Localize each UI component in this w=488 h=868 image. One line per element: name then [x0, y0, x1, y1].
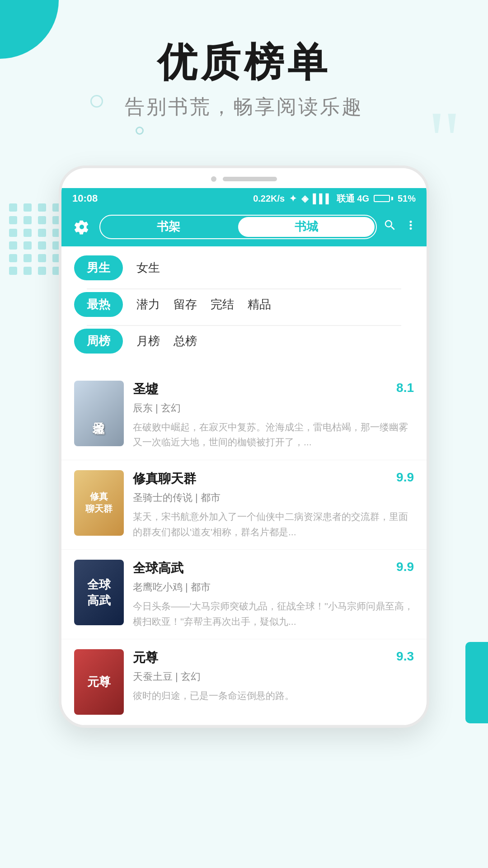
book-item[interactable]: 全球高武 全球高武 9.9 老鹰吃小鸡 | 都市 今日头条——'大马宗师突破九品…: [61, 550, 427, 639]
heat-retention-option[interactable]: 留存: [174, 297, 197, 312]
book-item[interactable]: 元尊 元尊 9.3 天蚕土豆 | 玄幻 彼时的归途，已是一条命运倒悬的路。: [61, 639, 427, 725]
book-rating-2: 9.9: [396, 470, 414, 485]
nav-bar: 书架 书城: [61, 209, 427, 246]
nav-actions: [383, 218, 418, 235]
status-time: 10:08: [72, 193, 98, 204]
signal-icon: ▌▌▌: [313, 193, 332, 204]
more-icon[interactable]: [404, 218, 418, 235]
book-rating-3: 9.9: [396, 560, 414, 574]
period-monthly-option[interactable]: 月榜: [136, 333, 160, 349]
book-item[interactable]: 修真聊天群 修真聊天群 9.9 圣骑士的传说 | 都市 某天，宋书航意外加入了一…: [61, 460, 427, 550]
book-desc-1: 在破败中崛起，在寂灭中复苏。沧海成尘，雷电枯竭，那一缕幽雾又一次临近大地，世间的…: [133, 420, 414, 450]
gender-male-tag[interactable]: 男生: [74, 255, 123, 280]
gender-row: 男生 女生: [74, 255, 414, 280]
category-section: 男生 女生 最热 潜力 留存 完结 精品 周榜 月榜 总榜: [61, 246, 427, 371]
status-bar: 10:08 0.22K/s ✦ ◈ ▌▌▌ 联通 4G 51%: [61, 188, 427, 209]
battery-indicator: [374, 195, 393, 202]
status-right: 0.22K/s ✦ ◈ ▌▌▌ 联通 4G 51%: [253, 193, 416, 205]
book-meta-2: 圣骑士的传说 | 都市: [133, 491, 414, 505]
book-title-3: 全球高武: [133, 560, 183, 577]
book-desc-2: 某天，宋书航意外加入了一个仙侠中二病资深患者的交流群，里面的群友们都以'道友'相…: [133, 509, 414, 539]
book-meta-4: 天蚕土豆 | 玄幻: [133, 670, 414, 684]
page-title: 优质榜单: [27, 41, 461, 85]
book-cover-3: 全球高武: [74, 560, 124, 625]
book-meta-3: 老鹰吃小鸡 | 都市: [133, 580, 414, 594]
book-cover-2: 修真聊天群: [74, 470, 124, 536]
phone-wrapper: 10:08 0.22K/s ✦ ◈ ▌▌▌ 联通 4G 51%: [0, 147, 488, 728]
carrier: 联通 4G: [337, 193, 369, 205]
book-header-3: 全球高武 9.9: [133, 560, 414, 577]
wifi-icon: ◈: [301, 193, 308, 204]
book-cover-1: 圣墟: [74, 381, 124, 446]
phone-pill: [223, 177, 277, 181]
book-desc-4: 彼时的归途，已是一条命运倒悬的路。: [133, 688, 414, 703]
book-item[interactable]: 圣墟 圣墟 8.1 辰东 | 玄幻 在破败中崛起，在寂灭中复苏。沧海成尘，雷电枯…: [61, 371, 427, 460]
heat-premium-option[interactable]: 精品: [248, 297, 271, 312]
bluetooth-icon: ✦: [289, 193, 297, 204]
phone-notch: [61, 168, 427, 188]
book-list: 圣墟 圣墟 8.1 辰东 | 玄幻 在破败中崛起，在寂灭中复苏。沧海成尘，雷电枯…: [61, 371, 427, 726]
book-title-1: 圣墟: [133, 381, 158, 398]
nav-tabs: 书架 书城: [99, 215, 377, 239]
book-rating-1: 8.1: [396, 381, 414, 395]
phone-dot-1: [211, 176, 216, 182]
heat-hot-tag[interactable]: 最热: [74, 292, 123, 317]
divider-2: [87, 325, 401, 326]
book-header-4: 元尊 9.3: [133, 649, 414, 666]
period-row: 周榜 月榜 总榜: [74, 329, 414, 354]
page-subtitle: 告别书荒，畅享阅读乐趣: [27, 94, 461, 120]
book-title-4: 元尊: [133, 649, 158, 666]
period-weekly-tag[interactable]: 周榜: [74, 329, 123, 354]
book-title-2: 修真聊天群: [133, 470, 196, 487]
tab-bookstore[interactable]: 书城: [238, 217, 375, 237]
book-info-3: 全球高武 9.9 老鹰吃小鸡 | 都市 今日头条——'大马宗师突破九品，征战全球…: [133, 560, 414, 629]
period-total-option[interactable]: 总榜: [174, 333, 197, 349]
heat-row: 最热 潜力 留存 完结 精品: [74, 292, 414, 317]
gender-female-option[interactable]: 女生: [136, 260, 160, 276]
tab-bookshelf[interactable]: 书架: [100, 216, 237, 238]
divider-1: [87, 288, 401, 289]
search-icon[interactable]: [383, 218, 397, 235]
book-header-1: 圣墟 8.1: [133, 381, 414, 398]
book-meta-1: 辰东 | 玄幻: [133, 401, 414, 415]
battery-percent: 51%: [398, 193, 416, 204]
heat-complete-option[interactable]: 完结: [211, 297, 234, 312]
header-section: 优质榜单 告别书荒，畅享阅读乐趣: [0, 0, 488, 147]
heat-potential-option[interactable]: 潜力: [136, 297, 160, 312]
settings-icon[interactable]: [70, 216, 93, 238]
phone-mockup: 10:08 0.22K/s ✦ ◈ ▌▌▌ 联通 4G 51%: [59, 165, 429, 728]
book-desc-3: 今日头条——'大马宗师突破九品，征战全球！''小马宗师问鼎至高，横扫欧亚！''弃…: [133, 599, 414, 629]
book-rating-4: 9.3: [396, 649, 414, 664]
book-info-4: 元尊 9.3 天蚕土豆 | 玄幻 彼时的归途，已是一条命运倒悬的路。: [133, 649, 414, 715]
book-cover-4: 元尊: [74, 649, 124, 715]
book-header-2: 修真聊天群 9.9: [133, 470, 414, 487]
book-info-2: 修真聊天群 9.9 圣骑士的传说 | 都市 某天，宋书航意外加入了一个仙侠中二病…: [133, 470, 414, 539]
book-info-1: 圣墟 8.1 辰东 | 玄幻 在破败中崛起，在寂灭中复苏。沧海成尘，雷电枯竭，那…: [133, 381, 414, 450]
status-speed: 0.22K/s: [253, 193, 285, 204]
